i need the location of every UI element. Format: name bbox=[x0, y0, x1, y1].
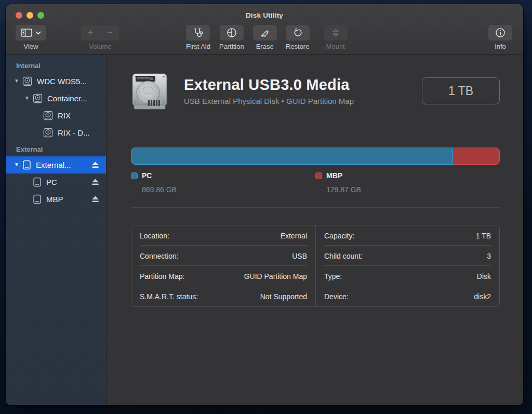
detail-label: Connection: bbox=[140, 252, 179, 260]
disclosure-triangle-icon[interactable]: ▼ bbox=[11, 162, 22, 168]
detail-row-connection: Connection:USB bbox=[131, 246, 315, 266]
first-aid-label: First Aid bbox=[186, 43, 210, 50]
sidebar-item-label: PC bbox=[46, 178, 91, 186]
main-pane: External USB3.0 Media USB External Physi… bbox=[107, 55, 523, 405]
add-volume-button[interactable]: + bbox=[81, 25, 100, 41]
partition-segment-mbp bbox=[453, 148, 500, 165]
erase-label: Erase bbox=[256, 43, 274, 50]
detail-label: Device: bbox=[324, 292, 349, 301]
external-disk-icon bbox=[33, 194, 42, 204]
sidebar-item-container[interactable]: ▼Container... bbox=[6, 90, 106, 107]
sidebar-item-rix[interactable]: RIX bbox=[6, 107, 106, 124]
disclosure-triangle-icon[interactable]: ▼ bbox=[21, 96, 33, 101]
legend-item-pc: PC869.86 GB bbox=[131, 171, 315, 194]
detail-value: 3 bbox=[487, 252, 491, 260]
detail-value: 1 TB bbox=[476, 232, 491, 240]
external-disk-icon bbox=[22, 160, 31, 170]
hard-drive-icon bbox=[131, 70, 168, 112]
info-tool: Info bbox=[488, 25, 512, 50]
info-label: Info bbox=[495, 43, 506, 50]
divider bbox=[131, 207, 500, 208]
detail-value: Disk bbox=[477, 272, 491, 281]
legend-top: PC bbox=[131, 171, 315, 180]
sidebar-section-internal: Internal bbox=[6, 58, 106, 73]
triangle-down-glyph: ▼ bbox=[14, 78, 19, 84]
device-header: External USB3.0 Media USB External Physi… bbox=[131, 70, 500, 112]
legend-top: MBP bbox=[315, 171, 500, 180]
erase-button[interactable] bbox=[253, 25, 277, 41]
sidebar-view-icon bbox=[21, 29, 32, 37]
restore-button[interactable] bbox=[286, 25, 310, 41]
eject-icon[interactable] bbox=[91, 179, 99, 185]
detail-row-location: Location:External bbox=[131, 225, 315, 246]
sidebar: Internal▼WDC WDS5...▼Container...RIXRIX … bbox=[6, 55, 107, 405]
details-left-column: Location:ExternalConnection:USBPartition… bbox=[131, 225, 315, 306]
partition-usage-bar bbox=[131, 148, 500, 165]
partition-button[interactable] bbox=[220, 25, 244, 41]
sidebar-item-label: External... bbox=[36, 161, 91, 169]
sidebar-item-label: RIX bbox=[58, 111, 106, 120]
eject-icon[interactable] bbox=[91, 196, 99, 203]
view-button[interactable] bbox=[16, 25, 46, 41]
mount-tool: Mount bbox=[324, 25, 348, 50]
chevron-down-icon bbox=[35, 31, 41, 35]
detail-row-child-count: Child count:3 bbox=[316, 246, 499, 266]
sidebar-item-rix-d[interactable]: RIX - D... bbox=[6, 124, 106, 141]
volume-tool: + − Volume bbox=[81, 25, 119, 50]
stethoscope-icon bbox=[193, 28, 204, 38]
sidebar-item-label: RIX - D... bbox=[58, 128, 106, 137]
eject-icon[interactable] bbox=[91, 162, 99, 168]
triangle-down-glyph: ▼ bbox=[24, 95, 30, 101]
partition-legend: PC869.86 GBMBP129.87 GB bbox=[131, 171, 500, 194]
toolbar: View + − Volume First AidPartitionEraseR… bbox=[6, 25, 523, 52]
device-title: External USB3.0 Media bbox=[184, 76, 354, 94]
legend-swatch-mbp bbox=[315, 172, 322, 179]
sidebar-item-pc[interactable]: PC bbox=[6, 173, 106, 191]
partition-label: Partition bbox=[219, 43, 244, 50]
legend-swatch-pc bbox=[131, 172, 138, 179]
detail-label: Type: bbox=[324, 272, 342, 281]
detail-value: External bbox=[281, 232, 307, 240]
sidebar-item-label: MBP bbox=[46, 195, 91, 204]
sidebar-item-wdc-wds5[interactable]: ▼WDC WDS5... bbox=[6, 73, 106, 90]
disclosure-triangle-icon[interactable]: ▼ bbox=[11, 78, 22, 84]
erase-tool: Erase bbox=[253, 25, 277, 50]
sidebar-section-external: External bbox=[6, 141, 106, 156]
details-right-column: Capacity:1 TBChild count:3Type:DiskDevic… bbox=[315, 225, 499, 306]
restore-arrow-icon bbox=[292, 28, 303, 38]
sidebar-item-label: WDC WDS5... bbox=[37, 77, 106, 86]
detail-value: GUID Partition Map bbox=[244, 272, 307, 281]
legend-name: PC bbox=[142, 171, 152, 180]
erase-icon bbox=[260, 28, 270, 38]
external-disk-icon bbox=[33, 177, 42, 187]
volume-buttons: + − bbox=[81, 25, 119, 41]
detail-label: Child count: bbox=[324, 252, 363, 260]
detail-label: Location: bbox=[140, 232, 169, 240]
size-badge: 1 TB bbox=[422, 77, 500, 104]
detail-value: USB bbox=[292, 252, 307, 260]
first-aid-button[interactable] bbox=[186, 25, 210, 41]
remove-volume-button[interactable]: − bbox=[100, 25, 119, 41]
pie-icon bbox=[227, 28, 237, 38]
detail-row-capacity: Capacity:1 TB bbox=[316, 225, 499, 246]
toolbar-action-cluster: First AidPartitionEraseRestoreMount bbox=[186, 25, 348, 50]
sidebar-item-external[interactable]: ▼External... bbox=[6, 156, 106, 173]
detail-value: disk2 bbox=[474, 292, 491, 301]
view-tool: View bbox=[16, 25, 46, 50]
detail-row-type: Type:Disk bbox=[316, 266, 499, 286]
info-button[interactable] bbox=[488, 25, 512, 41]
window-title: Disk Utility bbox=[6, 11, 523, 19]
triangle-down-glyph: ▼ bbox=[14, 162, 19, 167]
restore-label: Restore bbox=[286, 43, 310, 50]
legend-size: 129.87 GB bbox=[326, 185, 500, 194]
internal-disk-icon bbox=[22, 76, 32, 86]
internal-disk-icon bbox=[43, 111, 53, 121]
detail-row-device: Device:disk2 bbox=[316, 286, 499, 306]
view-label: View bbox=[24, 43, 38, 50]
mount-button[interactable] bbox=[324, 25, 348, 41]
restore-tool: Restore bbox=[286, 25, 310, 50]
partition-segment-pc bbox=[131, 148, 453, 165]
sidebar-item-mbp[interactable]: MBP bbox=[6, 191, 106, 208]
detail-label: Capacity: bbox=[324, 232, 354, 240]
partition-tool: Partition bbox=[219, 25, 244, 50]
